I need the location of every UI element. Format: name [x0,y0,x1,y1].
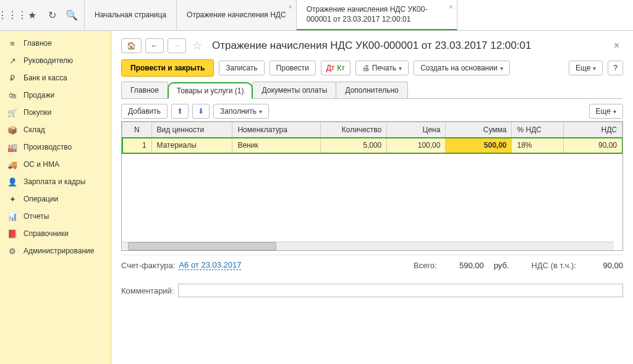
sidebar-item-reports[interactable]: 📊Отчеты [0,208,111,225]
tab-vat-reflection[interactable]: Отражение начисления НДС × [177,0,297,30]
sidebar-item-operations[interactable]: ✦Операции [0,190,111,208]
book-icon: 📕 [7,229,17,239]
back-button[interactable]: ← [145,38,164,53]
tab-label: Отражение начисления НДС УК00-000001 от … [307,5,447,24]
apps-icon[interactable]: ⋮⋮⋮ [5,8,20,23]
sparkle-icon: ✦ [7,194,17,204]
topbar-icon-group: ⋮⋮⋮ ★ ↻ 🔍 [0,0,85,30]
col-item[interactable]: Номенклатура [232,122,321,138]
add-row-button[interactable]: Добавить [121,104,168,119]
dt-kt-button[interactable]: ДтКт [321,61,350,75]
printer-icon: 🖨 [362,64,370,72]
horizontal-scrollbar[interactable] [122,242,614,250]
sidebar-item-label: Руководителю [23,56,73,65]
total-label: Всего: [414,261,437,270]
cell-type[interactable]: Материалы [151,138,232,153]
table-header-row: N Вид ценности Номенклатура Количество Ц… [122,122,622,138]
sidebar-item-label: Операции [23,195,58,203]
factory-icon: 🏭 [7,142,17,152]
close-button[interactable]: × [610,39,623,53]
sidebar-item-label: Склад [23,125,45,134]
tab-home[interactable]: Начальная страница [85,0,177,30]
create-based-button[interactable]: Создать на основании [414,61,510,75]
move-down-button[interactable]: ⬇ [192,104,210,119]
table-row[interactable]: 1 Материалы Веник 5,000 100,00 500,00 18… [122,138,622,153]
forward-button[interactable]: → [168,38,186,53]
star-icon[interactable]: ★ [25,8,40,23]
comment-label: Комментарий: [121,286,174,295]
ruble-icon: ₽ [7,73,17,83]
more-button[interactable]: Еще [569,61,603,75]
sidebar-item-label: Продажи [23,91,54,99]
chart-icon: ↗ [7,56,17,66]
cell-vat[interactable]: 90,00 [563,138,622,153]
col-qty[interactable]: Количество [321,122,387,138]
inner-tab-goods[interactable]: Товары и услуги (1) [168,82,253,99]
box-icon: 📦 [7,125,17,135]
fill-button[interactable]: Заполнить [213,104,269,119]
sidebar-item-admin[interactable]: ⚙Администрирование [0,242,111,260]
bag-icon: 🛍 [7,90,17,100]
col-sum[interactable]: Сумма [446,122,512,138]
cell-n[interactable]: 1 [122,138,152,153]
person-icon: 👤 [7,177,17,187]
sidebar-item-label: Банк и касса [23,74,67,82]
inner-tab-extra[interactable]: Дополнительно [336,82,407,98]
inner-tab-payments[interactable]: Документы оплаты [252,82,336,98]
sidebar-item-assets[interactable]: 🚚ОС и НМА [0,156,111,173]
post-and-close-button[interactable]: Провести и закрыть [121,59,214,77]
sidebar-item-label: Производство [23,143,72,151]
sidebar-item-label: Администрирование [23,247,94,255]
sidebar-item-label: Справочники [23,229,69,238]
close-icon[interactable]: × [449,2,452,11]
col-n[interactable]: N [122,122,152,138]
history-icon[interactable]: ↻ [45,8,59,23]
sidebar-item-bank[interactable]: ₽Банк и касса [0,69,111,87]
sidebar-item-main[interactable]: ≡Главное [0,35,111,52]
cell-item[interactable]: Веник [232,138,321,153]
save-button[interactable]: Записать [219,61,264,75]
cell-sum[interactable]: 500,00 [446,138,512,153]
tab-vat-doc[interactable]: Отражение начисления НДС УК00-000001 от … [297,0,457,30]
gear-icon: ⚙ [7,246,17,256]
currency-label: руб. [494,261,509,270]
tab-label: Отражение начисления НДС [187,11,286,20]
help-button[interactable]: ? [608,61,623,75]
cell-vat-pct[interactable]: 18% [512,138,563,153]
post-button[interactable]: Провести [270,61,316,75]
home-button[interactable]: 🏠 [121,38,142,53]
col-vat-pct[interactable]: % НДС [512,122,563,138]
sidebar-item-label: Главное [23,39,52,48]
sidebar-item-hr[interactable]: 👤Зарплата и кадры [0,173,111,190]
sidebar-item-label: Покупки [23,108,51,117]
sidebar-item-manager[interactable]: ↗Руководителю [0,52,111,69]
menu-icon: ≡ [7,38,17,48]
sidebar-item-label: ОС и НМА [23,160,59,169]
search-icon[interactable]: 🔍 [64,8,79,23]
cell-qty[interactable]: 5,000 [321,138,387,153]
col-price[interactable]: Цена [387,122,446,138]
invoice-label: Счет-фактура: [121,261,175,270]
vat-incl-label: НДС (в т.ч.): [532,261,577,270]
sidebar-item-purchases[interactable]: 🛒Покупки [0,104,111,121]
sidebar-item-warehouse[interactable]: 📦Склад [0,121,111,138]
tab-label: Начальная страница [95,11,166,20]
col-vat[interactable]: НДС [563,122,622,138]
sidebar-item-sales[interactable]: 🛍Продажи [0,87,111,104]
favorite-star-icon[interactable]: ☆ [190,39,205,53]
move-up-button[interactable]: ⬆ [171,104,189,119]
print-button[interactable]: 🖨Печать [355,61,409,75]
close-icon[interactable]: × [288,2,292,11]
col-type[interactable]: Вид ценности [151,122,232,138]
inner-tab-main[interactable]: Главное [121,82,168,98]
comment-input[interactable] [178,284,624,297]
truck-icon: 🚚 [7,159,17,169]
sidebar-item-label: Отчеты [23,212,49,221]
table-more-button[interactable]: Еще [589,104,623,119]
sidebar-item-directories[interactable]: 📕Справочники [0,225,111,242]
goods-table: N Вид ценности Номенклатура Количество Ц… [121,121,623,251]
page-title: Отражение начисления НДС УК00-000001 от … [212,40,606,52]
sidebar-item-production[interactable]: 🏭Производство [0,138,111,156]
cell-price[interactable]: 100,00 [387,138,446,153]
invoice-link[interactable]: А6 от 23.03.2017 [179,260,241,270]
